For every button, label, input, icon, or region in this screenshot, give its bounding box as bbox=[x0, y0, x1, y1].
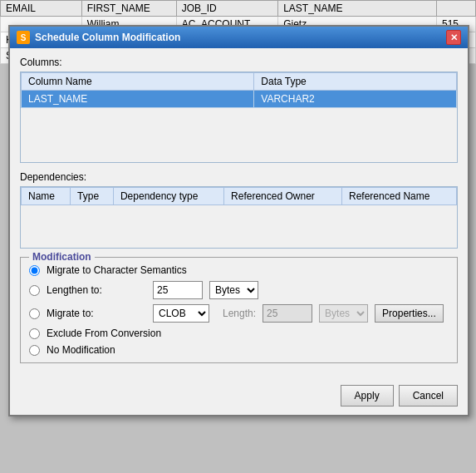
migrate-to-radio[interactable] bbox=[29, 308, 40, 319]
exclude-row: Exclude From Conversion bbox=[29, 328, 449, 339]
no-modification-label: No Modification bbox=[47, 344, 146, 356]
length-value-input bbox=[263, 304, 312, 323]
lengthen-radio[interactable] bbox=[29, 285, 40, 296]
deps-header-row: Name Type Dependency type Referenced Own… bbox=[22, 188, 457, 205]
dependencies-section: Dependencies: Name Type Dependency type … bbox=[20, 171, 458, 249]
column-name-cell: LAST_NAME bbox=[22, 91, 254, 108]
dep-dependency-type-header: Dependency type bbox=[113, 188, 223, 205]
apply-button[interactable]: Apply bbox=[341, 385, 394, 406]
dialog-body: Columns: Column Name Data Type LAST_NAME… bbox=[10, 48, 468, 380]
exclude-label: Exclude From Conversion bbox=[47, 328, 161, 339]
bottom-buttons: Apply Cancel bbox=[10, 380, 468, 415]
lengthen-label: Lengthen to: bbox=[47, 284, 146, 296]
col-email: EMAIL bbox=[1, 1, 82, 17]
migrate-to-select[interactable]: CLOB NCLOB bbox=[153, 304, 209, 323]
properties-button[interactable]: Properties... bbox=[375, 304, 444, 323]
length-label: Length: bbox=[223, 308, 256, 319]
col-lastname: LAST_NAME bbox=[278, 1, 437, 17]
migrate-char-row: Migrate to Character Semantics bbox=[29, 264, 449, 276]
columns-table-container: Column Name Data Type LAST_NAME VARCHAR2 bbox=[20, 71, 458, 163]
table-row[interactable]: LAST_NAME VARCHAR2 bbox=[22, 91, 457, 108]
dependencies-table-container: Name Type Dependency type Referenced Own… bbox=[20, 186, 458, 249]
dependencies-table: Name Type Dependency type Referenced Own… bbox=[21, 187, 457, 205]
dep-ref-owner-header: Referenced Owner bbox=[224, 188, 342, 205]
dep-type-header: Type bbox=[71, 188, 114, 205]
close-button[interactable]: ✕ bbox=[446, 30, 461, 45]
col-jobid: JOB_ID bbox=[176, 1, 278, 17]
data-type-cell: VARCHAR2 bbox=[254, 91, 457, 108]
no-modification-row: No Modification bbox=[29, 344, 449, 356]
dependencies-label: Dependencies: bbox=[20, 171, 458, 183]
migrate-to-row: Migrate to: CLOB NCLOB Length: Bytes Cha… bbox=[29, 304, 449, 323]
dep-ref-name-header: Referenced Name bbox=[342, 188, 457, 205]
columns-table: Column Name Data Type LAST_NAME VARCHAR2 bbox=[21, 72, 457, 108]
migrate-char-radio[interactable] bbox=[29, 265, 40, 276]
dep-name-header: Name bbox=[22, 188, 71, 205]
col-extra bbox=[437, 1, 476, 17]
modification-legend: Modification bbox=[29, 251, 95, 263]
lengthen-row: Lengthen to: Bytes Chars bbox=[29, 281, 449, 299]
dialog-title: Schedule Column Modification bbox=[35, 32, 180, 43]
lengthen-value-input[interactable] bbox=[153, 281, 203, 299]
data-type-header: Data Type bbox=[254, 73, 457, 91]
col-name-header: Column Name bbox=[22, 73, 254, 91]
dialog-titlebar: S Schedule Column Modification ✕ bbox=[10, 27, 468, 48]
lengthen-unit-select[interactable]: Bytes Chars bbox=[209, 281, 258, 299]
columns-label: Columns: bbox=[20, 57, 458, 68]
cancel-button[interactable]: Cancel bbox=[399, 385, 458, 406]
migrate-to-label: Migrate to: bbox=[47, 308, 146, 319]
dialog-icon: S bbox=[17, 31, 30, 44]
col-firstname: FIRST_NAME bbox=[81, 1, 176, 17]
no-modification-radio[interactable] bbox=[29, 345, 40, 356]
columns-section: Columns: Column Name Data Type LAST_NAME… bbox=[20, 57, 458, 163]
length-unit-select: Bytes Chars bbox=[319, 304, 368, 323]
modification-section: Modification Migrate to Character Semant… bbox=[20, 257, 458, 363]
schedule-column-modification-dialog: S Schedule Column Modification ✕ Columns… bbox=[8, 25, 469, 416]
columns-header-row: Column Name Data Type bbox=[22, 73, 457, 91]
migrate-char-label: Migrate to Character Semantics bbox=[47, 264, 187, 276]
exclude-radio[interactable] bbox=[29, 328, 40, 339]
